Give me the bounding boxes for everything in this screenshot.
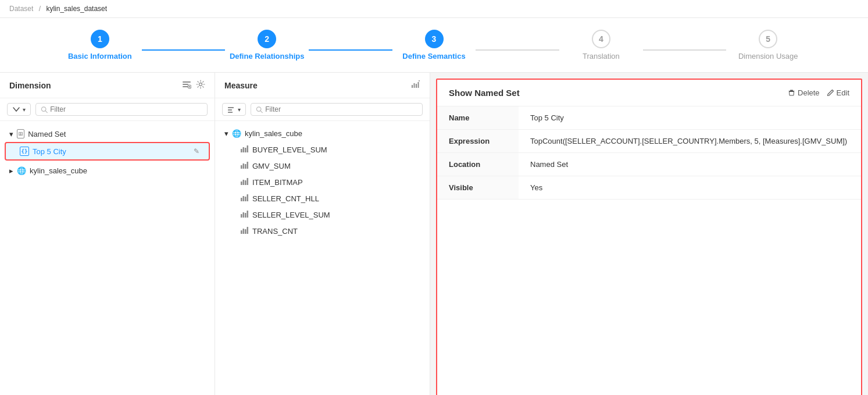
svg-rect-15 [228, 107, 234, 108]
measure-item-4[interactable]: SELLER_LEVEL_SUM [215, 207, 430, 223]
svg-rect-21 [243, 147, 245, 152]
svg-rect-9 [412, 85, 413, 88]
named-set-detail-header: Show Named Set Delete Edit [437, 80, 861, 106]
step-3[interactable]: 3 Define Semantics [392, 30, 476, 61]
info-label-expression: Expression [437, 130, 519, 153]
svg-rect-1 [183, 84, 188, 85]
measure-panel-header: Measure [215, 73, 430, 98]
measure-cube-chevron: ▾ [224, 129, 228, 138]
breadcrumb-root[interactable]: Dataset [9, 5, 33, 13]
svg-rect-36 [241, 214, 242, 218]
named-set-group-icon: ⊞ [17, 129, 24, 138]
edit-button[interactable]: Edit [827, 88, 849, 97]
svg-rect-39 [247, 211, 249, 218]
breadcrumb: Dataset / kylin_sales_dataset [0, 0, 868, 18]
measure-cube-globe-icon: 🌐 [232, 129, 241, 138]
dimension-filter-input[interactable] [35, 103, 208, 116]
delete-label: Delete [798, 88, 820, 97]
measure-label-3: SELLER_CNT_HLL [252, 194, 319, 203]
dimension-panel-icons [182, 80, 205, 91]
measure-bar-icon-0 [241, 145, 249, 154]
svg-rect-41 [243, 229, 245, 234]
step-5-label: Dimension Usage [738, 52, 798, 61]
step-1-label: Basic Information [68, 52, 132, 61]
step-1[interactable]: 1 Basic Information [58, 30, 142, 61]
main-content: Dimension ▾ ⊞ [0, 73, 868, 395]
top-5-city-item[interactable]: {} Top 5 City ✎ [5, 142, 210, 161]
top-5-city-edit-icon[interactable]: ✎ [194, 147, 199, 155]
step-2[interactable]: 2 Define Relationships [225, 30, 309, 61]
svg-rect-10 [414, 83, 415, 88]
measure-search[interactable] [265, 105, 417, 113]
step-5[interactable]: 5 Dimension Usage [726, 30, 810, 61]
step-connector-4-5 [643, 49, 727, 51]
info-label-visible: Visible [437, 176, 519, 200]
edit-label: Edit [837, 88, 849, 97]
svg-rect-25 [243, 163, 245, 169]
named-set-panel-title: Show Named Set [449, 88, 520, 98]
measure-icon[interactable] [411, 80, 420, 91]
svg-rect-11 [416, 84, 417, 88]
kylin-cube-group[interactable]: ▸ 🌐 kylin_sales_cube [0, 163, 215, 179]
delete-button[interactable]: Delete [788, 88, 820, 97]
info-row-location: Location Named Set [437, 153, 861, 176]
svg-rect-35 [247, 194, 249, 201]
dimension-icon-1[interactable] [182, 80, 191, 91]
measure-item-0[interactable]: BUYER_LEVEL_SUM [215, 141, 430, 158]
measure-bar-icon-3 [241, 194, 249, 203]
step-4[interactable]: 4 Translation [559, 30, 643, 61]
measure-bar-icon-4 [241, 210, 249, 219]
named-set-actions: Delete Edit [788, 88, 849, 97]
svg-rect-27 [247, 162, 249, 169]
measure-label-2: ITEM_BITMAP [252, 178, 303, 187]
svg-rect-16 [228, 109, 232, 111]
dimension-type-dropdown[interactable] [7, 103, 31, 116]
svg-rect-22 [245, 148, 247, 152]
svg-rect-40 [241, 230, 242, 234]
measure-panel-icons [411, 80, 420, 91]
step-connector-2-3 [309, 49, 392, 51]
breadcrumb-separator: / [39, 5, 41, 13]
measure-bar-icon-2 [241, 177, 249, 187]
info-value-name: Top 5 City [519, 106, 861, 130]
svg-line-19 [260, 111, 262, 112]
step-1-circle: 1 [91, 30, 109, 48]
info-value-location: Named Set [519, 153, 861, 176]
info-row-name: Name Top 5 City [437, 106, 861, 130]
measure-item-1[interactable]: GMV_SUM [215, 158, 430, 174]
info-label-location: Location [437, 153, 519, 176]
svg-rect-37 [243, 212, 245, 218]
measure-filter-input[interactable] [251, 103, 423, 116]
measure-label-1: GMV_SUM [252, 162, 291, 170]
svg-rect-24 [241, 165, 242, 169]
dimension-panel-header: Dimension [0, 73, 215, 98]
measure-item-3[interactable]: SELLER_CNT_HLL [215, 190, 430, 207]
svg-rect-33 [243, 196, 245, 201]
named-set-info-table: Name Top 5 City Expression TopCount([SEL… [437, 106, 861, 200]
info-value-visible: Yes [519, 176, 861, 200]
kylin-cube-icon: 🌐 [17, 166, 26, 175]
step-connector-3-4 [476, 49, 559, 51]
svg-rect-30 [245, 180, 247, 185]
svg-rect-29 [243, 180, 245, 185]
named-set-group[interactable]: ▾ ⊞ Named Set [0, 126, 215, 142]
breadcrumb-current: kylin_sales_dataset [46, 5, 107, 13]
measure-tree: ▾ 🌐 kylin_sales_cube BUYER_LEVEL_SUM [215, 121, 430, 395]
measure-filter-bar: ▾ [215, 98, 430, 121]
svg-rect-31 [247, 178, 249, 185]
dimension-icon-2[interactable] [196, 80, 205, 91]
dimension-tree: ▾ ⊞ Named Set {} Top 5 City ✎ ▸ 🌐 kylin_… [0, 121, 215, 395]
dimension-search[interactable] [50, 105, 202, 113]
step-2-label: Define Relationships [230, 52, 305, 61]
measure-type-dropdown[interactable]: ▾ [222, 103, 246, 116]
info-row-visible: Visible Yes [437, 176, 861, 200]
named-set-chevron: ▾ [9, 130, 13, 138]
measure-cube-group[interactable]: ▾ 🌐 kylin_sales_cube [215, 126, 430, 141]
measure-item-5[interactable]: TRANS_CNT [215, 223, 430, 239]
step-4-circle: 4 [592, 30, 610, 48]
top-5-city-label: Top 5 City [33, 147, 66, 156]
measure-item-2[interactable]: ITEM_BITMAP [215, 174, 430, 190]
measure-bar-icon-1 [241, 161, 249, 170]
step-2-circle: 2 [258, 30, 276, 48]
info-row-expression: Expression TopCount([SELLER_ACCOUNT].[SE… [437, 130, 861, 153]
